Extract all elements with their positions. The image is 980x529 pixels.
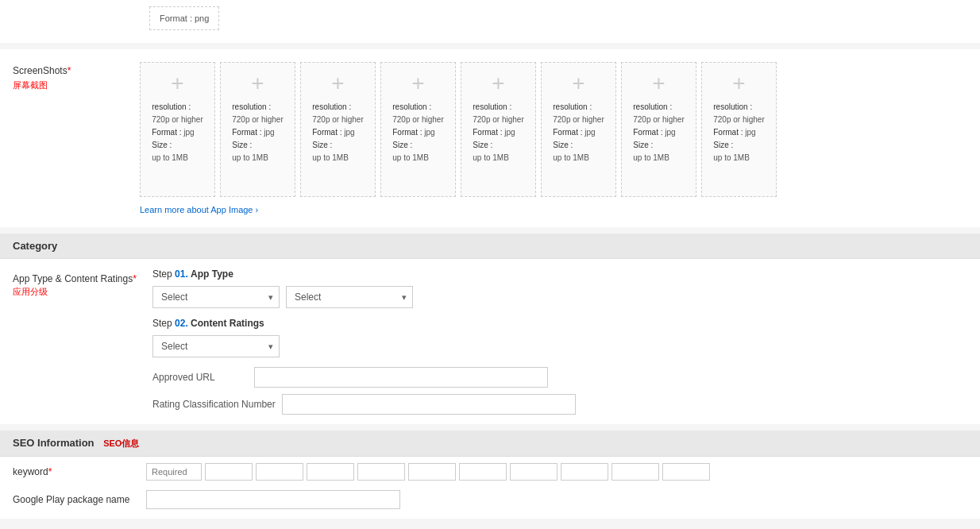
keyword-inputs [146, 463, 710, 481]
step02-title: Content Ratings [191, 318, 264, 329]
screenshot-info-3: resolution : 720p or higher Format : jpg… [312, 101, 364, 164]
category-header-text: Category [13, 240, 57, 252]
screenshot-plus-8: + [732, 72, 745, 95]
step01-selects: Select Option 1 Option 2 Select Option 1… [152, 286, 967, 308]
content-ratings-select[interactable]: Select Option 1 Option 2 [152, 335, 280, 357]
approved-url-input[interactable] [254, 367, 548, 388]
keyword-required: * [48, 466, 52, 477]
learn-more-link-wrapper: Learn more about App Image › [140, 205, 967, 214]
app-type-select2-wrapper: Select Option 1 Option 2 [286, 286, 413, 308]
screenshot-slot-1[interactable]: + resolution : 720p or higher Format : j… [140, 62, 215, 197]
screenshot-plus-3: + [331, 72, 344, 95]
google-play-input[interactable] [146, 490, 400, 509]
screenshot-info-7: resolution : 720p or higher Format : jpg… [633, 101, 685, 164]
screenshot-info-6: resolution : 720p or higher Format : jpg… [553, 101, 604, 164]
keyword-row: keyword* [0, 457, 980, 487]
keyword-label: keyword* [13, 466, 140, 477]
screenshot-info-4: resolution : 720p or higher Format : jpg… [392, 101, 444, 164]
google-play-row: Google Play package name [0, 487, 980, 519]
app-type-select1-wrapper: Select Option 1 Option 2 [152, 286, 280, 308]
format-png-label: Format : png [160, 14, 209, 23]
screenshot-plus-4: + [411, 72, 424, 95]
keyword-required-input[interactable] [146, 463, 202, 481]
app-type-label: App Type & Content Ratings* 应用分级 [13, 268, 140, 298]
app-type-controls: Step 01. App Type Select Option 1 Option… [152, 268, 967, 415]
screenshot-info-1: resolution : 720p or higher Format : jpg… [152, 101, 203, 164]
app-type-label-text: App Type & Content Ratings [13, 273, 133, 284]
top-partial-section: Format : png [0, 0, 980, 43]
screenshot-slot-5[interactable]: + resolution : 720p or higher Format : j… [461, 62, 536, 197]
step02-label: Step 02. Content Ratings [152, 318, 967, 329]
seo-chinese-label: SEO信息 [103, 438, 139, 448]
screenshots-label-text: ScreenShots [13, 65, 68, 76]
step01-title: App Type [191, 268, 233, 280]
keyword-box-8[interactable] [561, 463, 608, 481]
screenshot-slot-7[interactable]: + resolution : 720p or higher Format : j… [621, 62, 696, 197]
screenshot-slot-3[interactable]: + resolution : 720p or higher Format : j… [300, 62, 376, 197]
learn-more-text: Learn more about App Image [140, 205, 253, 214]
approved-url-row: Approved URL [152, 367, 967, 388]
screenshot-slot-8[interactable]: + resolution : 720p or higher Format : j… [701, 62, 777, 197]
keyword-box-2[interactable] [256, 463, 303, 481]
screenshot-slot-4[interactable]: + resolution : 720p or higher Format : j… [380, 62, 456, 197]
app-type-row: App Type & Content Ratings* 应用分级 Step 01… [0, 259, 980, 424]
step01-num: 01. [175, 268, 188, 280]
learn-more-link[interactable]: Learn more about App Image › [140, 205, 258, 214]
screenshot-plus-7: + [652, 72, 665, 95]
content-ratings-select-wrapper: Select Option 1 Option 2 [152, 335, 280, 357]
seo-section: SEO Information SEO信息 keyword* Google Pl… [0, 431, 980, 519]
screenshots-label: ScreenShots* 屏幕截图 [13, 62, 140, 91]
keyword-label-text: keyword [13, 466, 48, 477]
screenshot-slot-6[interactable]: + resolution : 720p or higher Format : j… [541, 62, 616, 197]
keyword-box-10[interactable] [662, 463, 710, 481]
app-type-select2[interactable]: Select Option 1 Option 2 [286, 286, 413, 308]
rating-classification-input[interactable] [282, 394, 576, 415]
learn-more-arrow: › [256, 205, 259, 214]
rating-classification-label: Rating Classification Number [152, 399, 276, 410]
screenshot-slot-2[interactable]: + resolution : 720p or higher Format : j… [220, 62, 295, 197]
keyword-box-4[interactable] [357, 463, 405, 481]
seo-header: SEO Information SEO信息 [0, 431, 980, 457]
screenshots-chinese-label: 屏幕截图 [13, 79, 140, 91]
step02-prefix: Step [152, 318, 172, 329]
step01-prefix: Step [152, 268, 172, 280]
keyword-box-9[interactable] [612, 463, 659, 481]
screenshot-plus-2: + [251, 72, 264, 95]
screenshot-slots-container: + resolution : 720p or higher Format : j… [140, 62, 777, 197]
step02-selects: Select Option 1 Option 2 [152, 335, 967, 357]
approved-url-label: Approved URL [152, 372, 248, 383]
google-play-label: Google Play package name [13, 494, 140, 505]
category-header: Category [0, 234, 980, 259]
app-type-required: * [133, 273, 137, 284]
category-section: Category App Type & Content Ratings* 应用分… [0, 234, 980, 424]
app-type-select1[interactable]: Select Option 1 Option 2 [152, 286, 280, 308]
screenshot-plus-6: + [572, 72, 585, 95]
google-play-label-text: Google Play package name [13, 494, 129, 505]
screenshot-info-8: resolution : 720p or higher Format : jpg… [713, 101, 765, 164]
keyword-box-5[interactable] [408, 463, 456, 481]
screenshot-plus-5: + [492, 72, 504, 95]
screenshot-plus-1: + [171, 72, 183, 95]
screenshots-required: * [68, 65, 71, 76]
format-png-box: Format : png [149, 6, 219, 30]
step01-label: Step 01. App Type [152, 268, 967, 280]
keyword-box-1[interactable] [205, 463, 253, 481]
seo-header-text: SEO Information [13, 437, 95, 449]
keyword-box-6[interactable] [459, 463, 507, 481]
screenshots-section: ScreenShots* 屏幕截图 + resolution : 720p or… [0, 49, 980, 227]
screenshots-row: ScreenShots* 屏幕截图 + resolution : 720p or… [13, 62, 967, 197]
app-type-chinese-label: 应用分级 [13, 286, 140, 298]
screenshot-info-5: resolution : 720p or higher Format : jpg… [473, 101, 524, 164]
rating-classification-row: Rating Classification Number [152, 394, 967, 415]
screenshot-info-2: resolution : 720p or higher Format : jpg… [232, 101, 284, 164]
keyword-box-3[interactable] [307, 463, 354, 481]
keyword-box-7[interactable] [510, 463, 558, 481]
step02-num: 02. [175, 318, 188, 329]
